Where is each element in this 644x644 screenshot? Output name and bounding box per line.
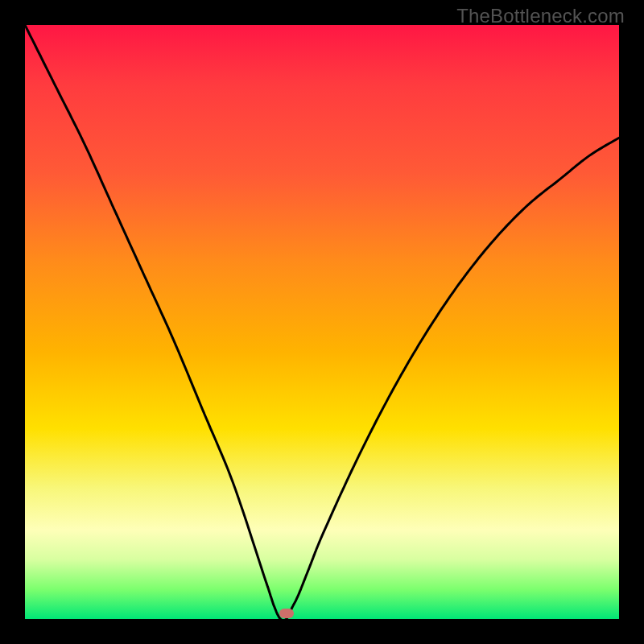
- bottleneck-curve: [25, 25, 619, 619]
- optimum-marker: [279, 609, 294, 618]
- plot-area: [25, 25, 619, 619]
- watermark-text: TheBottleneck.com: [456, 5, 625, 27]
- chart-frame: TheBottleneck.com: [0, 0, 644, 644]
